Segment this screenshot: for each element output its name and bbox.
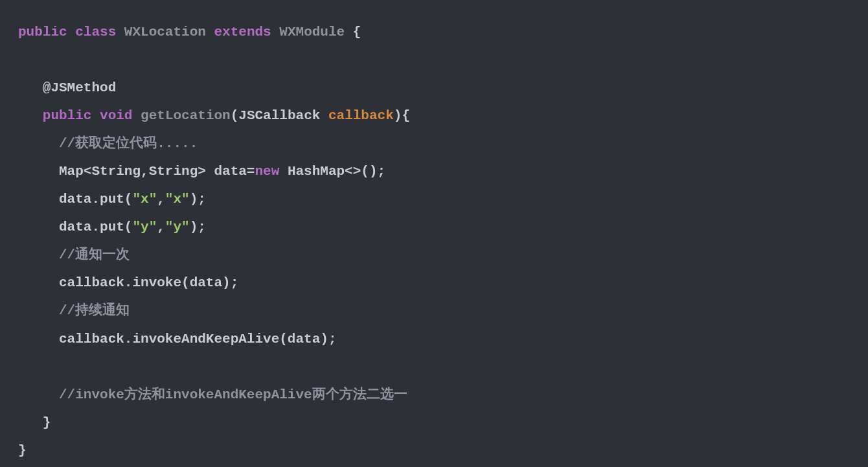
code-block: public class WXLocation extends WXModule… [0,0,868,467]
method-name: getLocation [141,108,231,123]
param-name: callback [328,108,394,123]
keyword-public-2: public [43,108,92,123]
invoke-2: callback.invokeAndKeepAlive(data); [59,332,336,347]
comment-2: //通知一次 [59,247,130,262]
comment-3: //持续通知 [59,303,130,318]
string-x2: "x" [165,192,190,207]
put1-tail: ); [190,192,206,207]
annotation: @JSMethod [43,80,116,95]
comma-1: , [157,192,165,207]
param-type: JSCallback [238,108,320,123]
comma-2: , [157,220,165,234]
brace-open-2: { [402,108,410,123]
keyword-void: void [100,108,132,123]
string-x1: "x" [132,192,157,207]
string-y1: "y" [132,220,157,234]
class-name: WXLocation [124,25,206,40]
string-y2: "y" [165,220,190,234]
invoke-1: callback.invoke(data); [59,275,238,290]
map-tail: HashMap<>(); [279,164,385,179]
map-decl: Map<String,String> data= [59,164,255,179]
brace-open: { [353,25,361,40]
comment-4: //invoke方法和invokeAndKeepAlive两个方法二选一 [59,387,407,402]
keyword-extends: extends [214,25,271,40]
put2-tail: ); [190,220,206,234]
keyword-new: new [255,164,279,179]
paren-open: ( [231,108,239,123]
put1-head: data.put( [59,192,132,207]
comment-1: //获取定位代码..... [59,136,198,151]
keyword-public: public [18,25,67,40]
brace-close-1: } [43,415,51,430]
keyword-class: class [75,25,116,40]
put2-head: data.put( [59,220,132,234]
super-class: WXModule [279,25,345,40]
paren-close: ) [394,108,402,123]
brace-close-2: } [18,443,27,458]
